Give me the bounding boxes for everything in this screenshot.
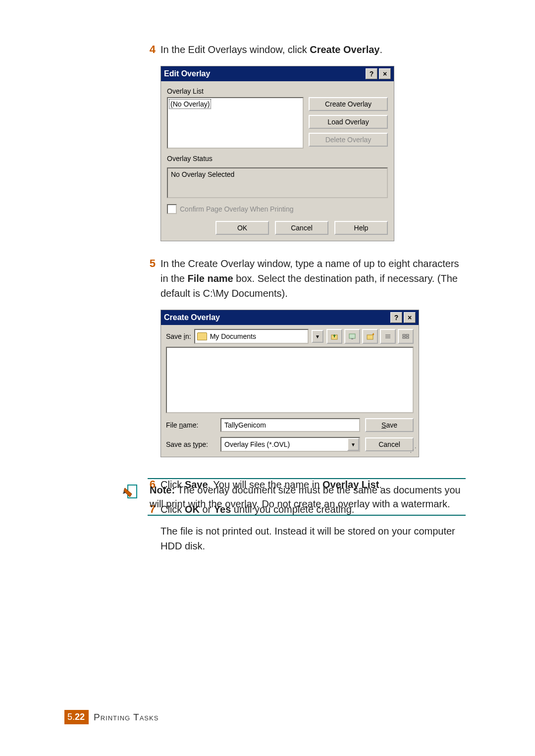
- save-in-value: My Documents: [210, 332, 256, 340]
- step-5: 5 In the Create Overlay window, type a n…: [139, 256, 466, 457]
- svg-text:✦: ✦: [372, 333, 374, 337]
- svg-rect-8: [403, 334, 405, 336]
- svg-rect-11: [406, 337, 409, 338]
- save-as-type-label: Save as type:: [166, 440, 215, 448]
- svg-rect-2: [351, 338, 353, 339]
- help-button[interactable]: ?: [366, 68, 377, 79]
- close-button[interactable]: ×: [379, 68, 391, 79]
- note-icon: [123, 482, 141, 504]
- overlay-status-label: Overlay Status: [167, 155, 388, 162]
- help-button[interactable]: ?: [390, 312, 402, 323]
- file-list-area[interactable]: [166, 347, 414, 413]
- svg-rect-9: [406, 334, 409, 336]
- overlay-list-item[interactable]: (No Overlay): [169, 99, 211, 109]
- create-overlay-button[interactable]: Create Overlay: [309, 97, 388, 111]
- ok-button[interactable]: OK: [215, 221, 269, 235]
- step-4: 4 In the Edit Overlays window, click Cre…: [139, 42, 466, 241]
- folder-icon: [197, 332, 207, 340]
- file-name-input[interactable]: TallyGenicom: [220, 418, 360, 432]
- save-in-label: Save in:: [166, 332, 191, 340]
- dialog-title: Create Overlay: [164, 313, 220, 322]
- cancel-button[interactable]: Cancel: [365, 437, 414, 451]
- file-name-label: File name:: [166, 421, 215, 429]
- dialog-titlebar: Create Overlay ? ×: [161, 310, 419, 325]
- confirm-checkbox-row: Confirm Page Overlay When Printing: [167, 204, 388, 214]
- create-overlay-dialog: Create Overlay ? × Save in: My Documents…: [160, 310, 419, 457]
- dropdown-button[interactable]: ▼: [347, 438, 359, 451]
- overlay-status-box: No Overlay Selected: [167, 167, 388, 198]
- dialog-title: Edit Overlay: [164, 69, 210, 78]
- page-footer: 5.22 Printing Tasks: [64, 710, 159, 724]
- up-folder-icon[interactable]: [326, 329, 342, 344]
- step-number: 4: [139, 42, 156, 57]
- overlay-status-text: No Overlay Selected: [171, 170, 234, 178]
- step-number: 5: [139, 256, 156, 271]
- svg-rect-1: [349, 334, 355, 338]
- dialog-titlebar: Edit Overlay ? ×: [161, 66, 394, 81]
- section-label: Printing Tasks: [94, 712, 159, 723]
- help-button[interactable]: Help: [334, 221, 388, 235]
- confirm-checkbox: [167, 204, 177, 214]
- save-button[interactable]: Save: [365, 418, 414, 432]
- new-folder-icon[interactable]: ✦: [362, 329, 378, 344]
- save-as-type-combo[interactable]: Overlay Files (*.OVL) ▼: [220, 437, 360, 452]
- edit-overlay-dialog: Edit Overlay ? × Overlay List (No Overla…: [160, 66, 394, 241]
- step-text: In the Create Overlay window, type a nam…: [160, 256, 466, 301]
- step-7-extra: The file is not printed out. Instead it …: [160, 524, 466, 553]
- overlay-list-label: Overlay List: [167, 87, 388, 95]
- cancel-button[interactable]: Cancel: [275, 221, 328, 235]
- desktop-icon[interactable]: [344, 329, 360, 344]
- overlay-list[interactable]: (No Overlay): [167, 97, 304, 149]
- save-in-combo[interactable]: My Documents: [194, 329, 309, 344]
- svg-rect-10: [403, 337, 405, 338]
- list-view-icon[interactable]: [380, 329, 396, 344]
- step-text: In the Edit Overlays window, click Creat…: [160, 42, 466, 57]
- confirm-checkbox-label: Confirm Page Overlay When Printing: [180, 205, 294, 213]
- resize-grip-icon[interactable]: ⋰: [410, 448, 417, 455]
- load-overlay-button[interactable]: Load Overlay: [309, 115, 388, 129]
- dropdown-button[interactable]: ▼: [312, 330, 323, 343]
- details-view-icon[interactable]: [398, 329, 414, 344]
- close-button[interactable]: ×: [404, 312, 416, 323]
- page-number-chip: 5.22: [64, 710, 89, 724]
- note-text: Note: The overlay document size must be …: [148, 478, 466, 516]
- note-block: Note: The overlay document size must be …: [123, 478, 466, 516]
- document-page: 4 In the Edit Overlays window, click Cre…: [0, 0, 535, 756]
- delete-overlay-button: Delete Overlay: [309, 133, 388, 147]
